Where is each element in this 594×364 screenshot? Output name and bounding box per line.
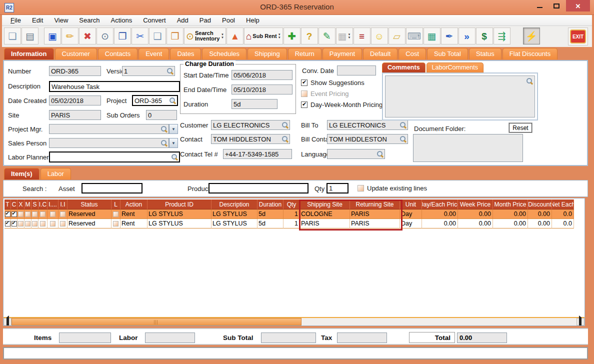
blocks-button[interactable]: ▦ <box>424 28 440 44</box>
close-button[interactable] <box>566 0 590 12</box>
crew-button[interactable]: ☺ <box>371 28 388 44</box>
cell-net-each[interactable]: 0.0 <box>552 210 574 219</box>
tab-customer[interactable]: Customer <box>55 48 97 60</box>
dropdown-spinner-icon[interactable] <box>348 33 351 39</box>
column-header-duration[interactable]: Duration <box>258 200 284 210</box>
tab-information[interactable]: Information <box>4 48 54 60</box>
column-header[interactable]: I.... <box>48 200 58 210</box>
magnifier-icon[interactable] <box>160 140 168 146</box>
cell-checkbox[interactable] <box>112 219 120 228</box>
dwm-pricing-checkbox[interactable] <box>301 102 308 108</box>
cell-checkbox[interactable] <box>48 219 58 228</box>
menu-pool[interactable]: Pool <box>216 16 240 25</box>
cell-checkbox[interactable] <box>58 210 68 219</box>
checkbox-icon[interactable] <box>5 212 10 217</box>
billing-forward-button[interactable]: » <box>458 28 476 44</box>
cell-checkbox[interactable] <box>11 219 18 228</box>
cell-qty[interactable]: 1 <box>284 210 300 219</box>
cell-checkbox[interactable] <box>11 210 18 219</box>
checkbox-icon[interactable] <box>25 221 30 226</box>
magnifier-icon[interactable] <box>526 78 533 84</box>
checkbox-icon[interactable] <box>60 212 66 217</box>
column-header-month-price[interactable]: Month Price <box>493 200 528 210</box>
column-header[interactable]: T <box>4 200 11 210</box>
edit-button[interactable]: ✏ <box>62 28 78 44</box>
end-date-field[interactable]: 05/10/2018 <box>232 84 292 94</box>
paste-button[interactable]: ❒ <box>166 28 184 44</box>
number-field[interactable]: ORD-365 <box>49 66 101 76</box>
cell-action[interactable]: Rent <box>120 210 148 219</box>
help-group-button[interactable]: ? <box>301 28 318 44</box>
start-date-field[interactable]: 05/06/2018 <box>232 70 292 80</box>
table-row[interactable]: Reserved Rent LG STYLUS LG STYLUS 5d 1 P… <box>4 219 574 228</box>
checkbox-icon[interactable] <box>40 221 46 226</box>
column-header-week-price[interactable]: Week Price <box>458 200 493 210</box>
cell-duration[interactable]: 5d <box>258 219 284 228</box>
calendar-button[interactable]: ▦ <box>336 28 353 44</box>
tab-flat-discounts[interactable]: Flat Discounts <box>502 48 558 60</box>
table-row[interactable]: Reserved Rent LG STYLUS LG STYLUS 5d 1 C… <box>4 210 574 219</box>
duration-field[interactable]: 5d <box>232 99 278 109</box>
cell-action[interactable]: Rent <box>120 219 148 228</box>
cell-checkbox[interactable] <box>58 219 68 228</box>
cell-month-price[interactable]: 0.00 <box>493 210 528 219</box>
checkbox-icon[interactable] <box>50 212 56 217</box>
cut-button[interactable]: ✂ <box>132 28 148 44</box>
date-created-field[interactable]: 05/02/2018 <box>49 96 101 106</box>
cell-unit[interactable]: Day <box>400 219 422 228</box>
comments-textarea[interactable] <box>385 76 535 118</box>
magnifier-icon[interactable] <box>400 136 406 142</box>
find-button[interactable]: ⊙ <box>96 28 114 44</box>
scrollbar-thumb[interactable] <box>12 318 302 326</box>
column-header[interactable]: I.I <box>58 200 68 210</box>
tab-cost[interactable]: Cost <box>398 48 426 60</box>
magnifier-icon[interactable] <box>282 136 288 142</box>
column-header[interactable]: L <box>112 200 120 210</box>
cell-day-each-price[interactable]: 0.00 <box>422 219 458 228</box>
cell-status[interactable]: Reserved <box>68 219 112 228</box>
menu-add[interactable]: Add <box>172 16 194 25</box>
tab-schedules[interactable]: Schedules <box>202 48 246 60</box>
cell-shipping-site[interactable]: COLOGNE <box>300 210 350 219</box>
edit-note-button[interactable]: ✒ <box>441 28 458 44</box>
column-header-returning-site[interactable]: Returning Site <box>350 200 400 210</box>
column-header-net-each[interactable]: Net Each <box>552 200 574 210</box>
exit-button[interactable]: EXIT <box>568 28 588 46</box>
print-button[interactable]: ▤ <box>22 28 38 44</box>
magnifier-icon[interactable] <box>166 68 174 74</box>
sub-rent-button[interactable]: ⌂ Sub Rent <box>244 28 283 44</box>
tab-event[interactable]: Event <box>138 48 169 60</box>
search-inventory-button[interactable]: ⊙ Search Inventory <box>184 28 226 44</box>
billing-notes-button[interactable]: $ <box>476 28 493 44</box>
checkbox-icon[interactable] <box>18 221 24 226</box>
cell-checkbox[interactable] <box>32 210 38 219</box>
contact-field[interactable]: TOM HIDDLESTON <box>211 134 290 144</box>
tab-labor[interactable]: Labor <box>40 168 71 180</box>
tab-sub-total[interactable]: Sub Total <box>427 48 468 60</box>
checkbox-icon[interactable] <box>32 212 38 217</box>
column-header-shipping-site[interactable]: Shipping Site <box>300 200 350 210</box>
bill-contact-field[interactable]: TOM HIDDLESTON <box>327 134 408 144</box>
project-mgr-field[interactable] <box>49 124 169 134</box>
cell-shipping-site[interactable]: PARIS <box>300 219 350 228</box>
show-suggestions-checkbox[interactable] <box>301 80 308 86</box>
magnifier-icon[interactable] <box>160 126 168 132</box>
checkbox-icon[interactable] <box>18 212 24 217</box>
cell-week-price[interactable]: 0.00 <box>458 210 493 219</box>
reset-button[interactable]: Reset <box>509 123 532 132</box>
column-header-action[interactable]: Action <box>120 200 148 210</box>
language-field[interactable] <box>327 149 385 159</box>
project-mgr-dropdown[interactable] <box>169 124 178 134</box>
checkbox-icon[interactable] <box>12 221 17 226</box>
dropdown-spinner-icon[interactable] <box>278 33 281 39</box>
tab-labor-comments[interactable]: LaborComments <box>426 62 484 72</box>
magnifier-icon[interactable] <box>171 154 178 160</box>
tab-status[interactable]: Status <box>469 48 502 60</box>
cell-product-id[interactable]: LG STYLUS <box>148 219 212 228</box>
column-header[interactable]: M <box>24 200 32 210</box>
labor-planner-field[interactable] <box>49 152 180 162</box>
checkbox-icon[interactable] <box>5 221 10 226</box>
column-header-unit[interactable]: Unit <box>400 200 422 210</box>
column-header[interactable]: S <box>32 200 38 210</box>
cell-checkbox[interactable] <box>18 219 24 228</box>
